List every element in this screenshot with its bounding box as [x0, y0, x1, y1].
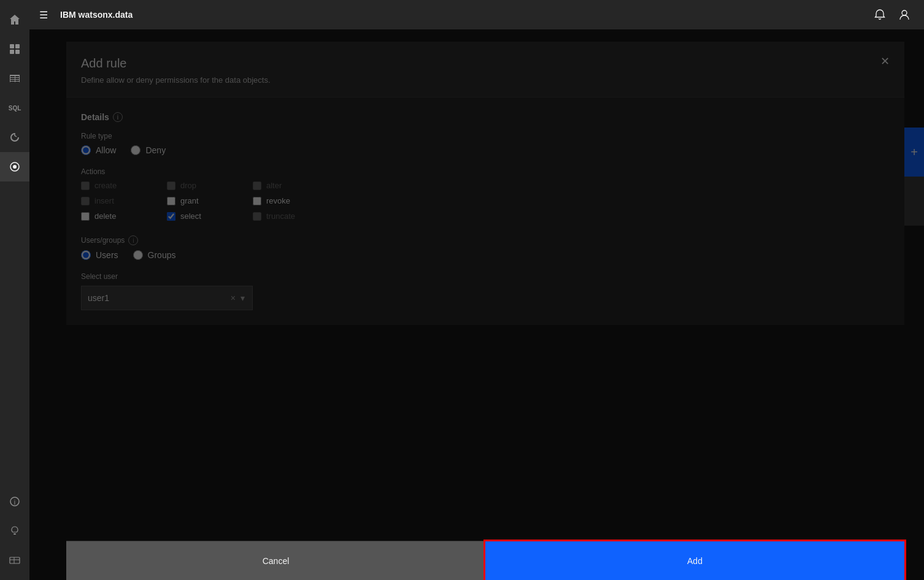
svg-rect-15	[13, 533, 16, 535]
sidebar-item-bulb[interactable]	[0, 516, 29, 546]
svg-rect-1	[15, 44, 20, 48]
svg-point-19	[902, 10, 907, 15]
sidebar-item-info[interactable]: i	[0, 487, 29, 516]
sidebar-item-bottom-table[interactable]	[0, 546, 29, 575]
svg-rect-8	[10, 75, 10, 82]
sidebar-item-sql[interactable]: SQL	[0, 93, 29, 123]
app-title: IBM watsonx.data	[60, 10, 133, 20]
svg-rect-10	[19, 75, 20, 82]
svg-rect-16	[10, 557, 20, 563]
add-button[interactable]: Add	[485, 541, 904, 580]
user-icon[interactable]	[895, 5, 914, 25]
sidebar-item-history[interactable]	[0, 123, 29, 152]
main-area: ☰ IBM watsonx.data +	[29, 0, 924, 580]
sidebar-bottom: i	[0, 487, 29, 580]
sidebar-item-data[interactable]	[0, 34, 29, 64]
svg-point-12	[13, 165, 17, 169]
topbar-right	[870, 5, 914, 25]
svg-text:i: i	[14, 498, 15, 506]
page-content: + Add rule Define allow or deny permissi…	[29, 29, 924, 580]
svg-rect-3	[15, 50, 20, 54]
topbar: ☰ IBM watsonx.data	[29, 0, 924, 29]
sidebar-item-governance[interactable]	[0, 152, 29, 181]
sidebar-item-table[interactable]	[0, 64, 29, 93]
app-title-bold: watsonx.data	[79, 10, 133, 20]
sql-label: SQL	[9, 105, 21, 112]
cancel-button[interactable]: Cancel	[66, 541, 485, 580]
sidebar-item-home[interactable]	[0, 5, 29, 34]
svg-rect-0	[10, 44, 14, 48]
notification-icon[interactable]	[870, 5, 890, 25]
menu-icon[interactable]: ☰	[39, 9, 48, 21]
app-title-prefix: IBM	[60, 10, 79, 20]
svg-rect-9	[15, 75, 15, 82]
sidebar: SQL i	[0, 0, 29, 580]
svg-rect-2	[10, 50, 14, 54]
modal-overlay	[29, 29, 924, 580]
modal-footer: Cancel Add	[66, 541, 904, 580]
